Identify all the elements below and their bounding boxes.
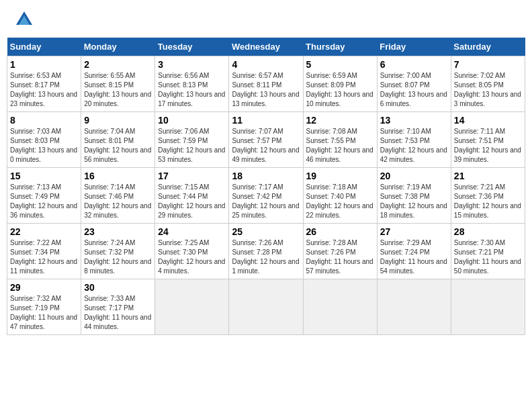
calendar-cell: 30Sunrise: 7:33 AMSunset: 7:17 PMDayligh… <box>81 279 155 335</box>
day-number: 10 <box>158 115 226 126</box>
calendar-cell: 5Sunrise: 6:59 AMSunset: 8:09 PMDaylight… <box>303 56 377 112</box>
calendar-cell: 21Sunrise: 7:21 AMSunset: 7:36 PMDayligh… <box>451 168 525 224</box>
day-number: 1 <box>10 59 78 70</box>
day-info: Sunrise: 7:02 AMSunset: 8:05 PMDaylight:… <box>454 71 522 109</box>
calendar-cell: 22Sunrise: 7:22 AMSunset: 7:34 PMDayligh… <box>7 224 81 279</box>
day-info: Sunrise: 7:24 AMSunset: 7:32 PMDaylight:… <box>84 238 152 276</box>
day-number: 3 <box>158 59 226 70</box>
calendar-cell: 6Sunrise: 7:00 AMSunset: 8:07 PMDaylight… <box>377 56 451 112</box>
calendar-week-row: 8Sunrise: 7:03 AMSunset: 8:03 PMDaylight… <box>7 112 525 168</box>
day-of-week-header: Monday <box>81 38 155 56</box>
day-number: 7 <box>454 59 522 70</box>
calendar-cell: 18Sunrise: 7:17 AMSunset: 7:42 PMDayligh… <box>229 168 303 224</box>
day-number: 17 <box>158 171 226 181</box>
day-info: Sunrise: 6:57 AMSunset: 8:11 PMDaylight:… <box>232 71 300 109</box>
day-info: Sunrise: 7:06 AMSunset: 7:59 PMDaylight:… <box>158 127 226 165</box>
calendar-cell: 15Sunrise: 7:13 AMSunset: 7:49 PMDayligh… <box>7 168 81 224</box>
day-of-week-header: Thursday <box>303 38 377 56</box>
day-info: Sunrise: 7:17 AMSunset: 7:42 PMDaylight:… <box>232 183 300 220</box>
day-number: 22 <box>10 226 78 237</box>
day-number: 8 <box>10 115 78 126</box>
day-info: Sunrise: 7:18 AMSunset: 7:40 PMDaylight:… <box>306 183 374 220</box>
day-info: Sunrise: 7:25 AMSunset: 7:30 PMDaylight:… <box>158 238 226 276</box>
day-info: Sunrise: 7:19 AMSunset: 7:38 PMDaylight:… <box>380 183 448 220</box>
day-number: 28 <box>454 226 522 237</box>
day-number: 19 <box>306 171 374 181</box>
calendar-cell: 7Sunrise: 7:02 AMSunset: 8:05 PMDaylight… <box>451 56 525 112</box>
calendar-cell: 10Sunrise: 7:06 AMSunset: 7:59 PMDayligh… <box>155 112 229 168</box>
day-info: Sunrise: 7:08 AMSunset: 7:55 PMDaylight:… <box>306 127 374 165</box>
day-of-week-header: Sunday <box>7 38 81 56</box>
day-info: Sunrise: 7:32 AMSunset: 7:19 PMDaylight:… <box>10 294 78 332</box>
calendar-cell: 3Sunrise: 6:56 AMSunset: 8:13 PMDaylight… <box>155 56 229 112</box>
day-info: Sunrise: 6:59 AMSunset: 8:09 PMDaylight:… <box>306 71 374 109</box>
day-number: 26 <box>306 226 374 237</box>
day-info: Sunrise: 7:26 AMSunset: 7:28 PMDaylight:… <box>232 238 300 276</box>
day-of-week-header: Wednesday <box>229 38 303 56</box>
logo <box>13 10 34 29</box>
calendar-week-row: 29Sunrise: 7:32 AMSunset: 7:19 PMDayligh… <box>7 279 525 335</box>
day-info: Sunrise: 7:13 AMSunset: 7:49 PMDaylight:… <box>10 183 78 220</box>
day-info: Sunrise: 7:04 AMSunset: 8:01 PMDaylight:… <box>84 127 152 165</box>
day-number: 6 <box>380 59 448 70</box>
day-number: 13 <box>380 115 448 126</box>
day-info: Sunrise: 7:33 AMSunset: 7:17 PMDaylight:… <box>84 294 152 332</box>
day-number: 11 <box>232 115 300 126</box>
calendar-cell: 17Sunrise: 7:15 AMSunset: 7:44 PMDayligh… <box>155 168 229 224</box>
day-info: Sunrise: 7:07 AMSunset: 7:57 PMDaylight:… <box>232 127 300 165</box>
days-of-week-row: SundayMondayTuesdayWednesdayThursdayFrid… <box>7 38 525 56</box>
day-number: 12 <box>306 115 374 126</box>
day-info: Sunrise: 7:30 AMSunset: 7:21 PMDaylight:… <box>454 238 522 276</box>
calendar-cell <box>377 279 451 335</box>
day-info: Sunrise: 7:11 AMSunset: 7:51 PMDaylight:… <box>454 127 522 165</box>
day-number: 15 <box>10 171 78 181</box>
calendar-cell <box>229 279 303 335</box>
calendar-cell: 11Sunrise: 7:07 AMSunset: 7:57 PMDayligh… <box>229 112 303 168</box>
day-info: Sunrise: 6:53 AMSunset: 8:17 PMDaylight:… <box>10 71 78 109</box>
day-number: 30 <box>84 282 152 293</box>
calendar-cell: 16Sunrise: 7:14 AMSunset: 7:46 PMDayligh… <box>81 168 155 224</box>
calendar-cell: 14Sunrise: 7:11 AMSunset: 7:51 PMDayligh… <box>451 112 525 168</box>
calendar-table: SundayMondayTuesdayWednesdayThursdayFrid… <box>7 38 525 335</box>
calendar-cell: 8Sunrise: 7:03 AMSunset: 8:03 PMDaylight… <box>7 112 81 168</box>
page-header <box>7 7 525 32</box>
day-info: Sunrise: 7:03 AMSunset: 8:03 PMDaylight:… <box>10 127 78 165</box>
calendar-cell: 1Sunrise: 6:53 AMSunset: 8:17 PMDaylight… <box>7 56 81 112</box>
day-info: Sunrise: 7:21 AMSunset: 7:36 PMDaylight:… <box>454 183 522 220</box>
calendar-cell <box>451 279 525 335</box>
day-info: Sunrise: 7:15 AMSunset: 7:44 PMDaylight:… <box>158 183 226 220</box>
day-info: Sunrise: 7:22 AMSunset: 7:34 PMDaylight:… <box>10 238 78 276</box>
calendar-cell <box>155 279 229 335</box>
day-number: 29 <box>10 282 78 293</box>
day-number: 21 <box>454 171 522 181</box>
day-info: Sunrise: 6:56 AMSunset: 8:13 PMDaylight:… <box>158 71 226 109</box>
day-info: Sunrise: 7:28 AMSunset: 7:26 PMDaylight:… <box>306 238 374 276</box>
day-number: 4 <box>232 59 300 70</box>
day-number: 25 <box>232 226 300 237</box>
calendar-cell: 12Sunrise: 7:08 AMSunset: 7:55 PMDayligh… <box>303 112 377 168</box>
day-info: Sunrise: 7:14 AMSunset: 7:46 PMDaylight:… <box>84 183 152 220</box>
calendar-cell: 20Sunrise: 7:19 AMSunset: 7:38 PMDayligh… <box>377 168 451 224</box>
calendar-cell: 26Sunrise: 7:28 AMSunset: 7:26 PMDayligh… <box>303 224 377 279</box>
calendar-cell: 23Sunrise: 7:24 AMSunset: 7:32 PMDayligh… <box>81 224 155 279</box>
day-number: 20 <box>380 171 448 181</box>
calendar-cell: 25Sunrise: 7:26 AMSunset: 7:28 PMDayligh… <box>229 224 303 279</box>
day-info: Sunrise: 7:10 AMSunset: 7:53 PMDaylight:… <box>380 127 448 165</box>
day-number: 5 <box>306 59 374 70</box>
calendar-cell: 24Sunrise: 7:25 AMSunset: 7:30 PMDayligh… <box>155 224 229 279</box>
day-number: 14 <box>454 115 522 126</box>
calendar-cell: 9Sunrise: 7:04 AMSunset: 8:01 PMDaylight… <box>81 112 155 168</box>
day-number: 16 <box>84 171 152 181</box>
calendar-cell: 2Sunrise: 6:55 AMSunset: 8:15 PMDaylight… <box>81 56 155 112</box>
day-number: 9 <box>84 115 152 126</box>
day-of-week-header: Tuesday <box>155 38 229 56</box>
day-number: 18 <box>232 171 300 181</box>
calendar-cell: 28Sunrise: 7:30 AMSunset: 7:21 PMDayligh… <box>451 224 525 279</box>
calendar-week-row: 1Sunrise: 6:53 AMSunset: 8:17 PMDaylight… <box>7 56 525 112</box>
logo-icon <box>15 10 34 29</box>
calendar-week-row: 15Sunrise: 7:13 AMSunset: 7:49 PMDayligh… <box>7 168 525 224</box>
day-number: 2 <box>84 59 152 70</box>
day-of-week-header: Saturday <box>451 38 525 56</box>
calendar-cell: 29Sunrise: 7:32 AMSunset: 7:19 PMDayligh… <box>7 279 81 335</box>
calendar-cell: 27Sunrise: 7:29 AMSunset: 7:24 PMDayligh… <box>377 224 451 279</box>
